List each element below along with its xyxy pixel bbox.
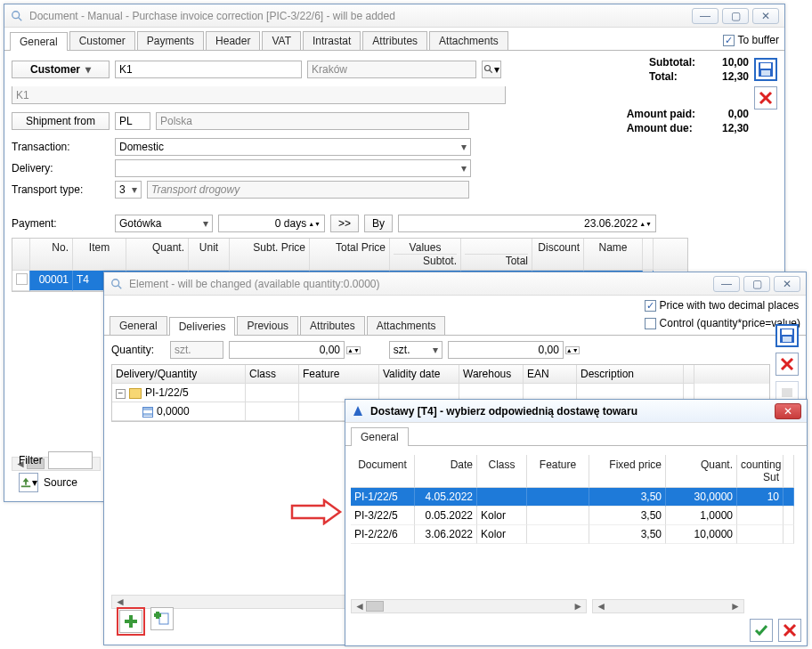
add-button-highlight xyxy=(117,607,145,636)
tab-deliveries[interactable]: Deliveries xyxy=(169,317,236,336)
svg-point-7 xyxy=(485,66,491,71)
to-buffer-checkbox[interactable]: ✓ To buffer xyxy=(723,34,779,46)
svg-line-10 xyxy=(118,285,122,288)
maximize-button[interactable]: ▢ xyxy=(743,276,770,292)
transport-desc-field xyxy=(147,181,469,199)
filter-input[interactable] xyxy=(48,451,93,469)
ship-country-field xyxy=(156,112,469,130)
svg-rect-4 xyxy=(761,70,770,76)
delivery-select[interactable]: ▾ xyxy=(115,159,471,177)
ship-code-input[interactable] xyxy=(115,112,150,130)
element-tabstrip: General Deliveries Previous Attributes A… xyxy=(104,296,806,336)
document-titlebar: Document - Manual - Purchase invoice cor… xyxy=(4,4,784,28)
save-button[interactable] xyxy=(775,324,799,347)
svg-rect-22 xyxy=(154,613,161,617)
dostawy-row[interactable]: PI-3/22/5 0.05.2022 Kolor 3,50 1,0000 xyxy=(351,507,801,525)
tab-payments[interactable]: Payments xyxy=(137,31,204,50)
svg-point-0 xyxy=(12,11,20,18)
transaction-label: Transaction: xyxy=(12,141,110,153)
minimize-button[interactable]: — xyxy=(713,276,740,292)
dostawy-hscroll-right[interactable]: ◄► xyxy=(592,599,744,613)
close-button[interactable]: ✕ xyxy=(774,276,800,292)
document-side-tools xyxy=(754,58,779,110)
dostawy-title: Dostawy [T4] - wybierz odpowiednią dosta… xyxy=(370,405,775,418)
shipment-from-button[interactable]: Shipment from xyxy=(12,112,110,130)
delete-button[interactable] xyxy=(775,353,799,376)
tab-vat[interactable]: VAT xyxy=(262,31,301,50)
customer-button[interactable]: Customer▾ xyxy=(12,61,110,78)
payment-label: Payment: xyxy=(12,217,110,230)
filter-label: Filter xyxy=(19,454,43,466)
confirm-button[interactable] xyxy=(750,619,773,642)
quantity-value1[interactable] xyxy=(229,341,345,359)
save-button[interactable] xyxy=(754,58,777,81)
tab-customer[interactable]: Customer xyxy=(69,31,135,50)
document-icon xyxy=(142,407,153,418)
document-tabstrip: General Customer Payments Header VAT Int… xyxy=(4,28,784,51)
tab-attributes[interactable]: Attributes xyxy=(362,31,427,50)
minimize-button[interactable]: — xyxy=(692,8,719,24)
maximize-button[interactable]: ▢ xyxy=(722,8,749,24)
customer-city-field xyxy=(307,61,476,78)
svg-rect-16 xyxy=(782,388,792,397)
svg-point-9 xyxy=(112,279,119,286)
tab-attachments[interactable]: Attachments xyxy=(367,316,446,335)
dostawy-hscroll-left[interactable]: ◄► xyxy=(351,599,587,613)
items-grid-header: No. Item Quant. Unit Subt. Price Total P… xyxy=(12,239,687,271)
transaction-select[interactable]: Domestic▾ xyxy=(115,138,471,156)
dostawy-window: Dostawy [T4] - wybierz odpowiednią dosta… xyxy=(345,399,808,646)
tab-previous[interactable]: Previous xyxy=(237,316,298,335)
price-decimal-checkbox[interactable]: ✓Price with two decimal places xyxy=(645,299,800,312)
dostawy-row[interactable]: PI-1/22/5 4.05.2022 3,50 30,0000 10 xyxy=(351,488,801,507)
tab-general[interactable]: General xyxy=(110,316,167,335)
add-button[interactable] xyxy=(119,610,142,633)
transport-label: Transport type: xyxy=(12,183,110,196)
dostawy-grid: Document Date Class Feature Fixed price … xyxy=(351,455,801,544)
dostawy-header: Document Date Class Feature Fixed price … xyxy=(351,455,801,488)
tab-attachments[interactable]: Attachments xyxy=(429,31,508,50)
quantity-value2[interactable] xyxy=(448,341,564,359)
app-icon xyxy=(351,404,365,418)
magnify-icon xyxy=(110,277,124,291)
dostawy-row[interactable]: PI-2/22/6 3.06.2022 Kolor 3,50 10,0000 xyxy=(351,525,801,544)
folder-icon xyxy=(129,388,142,399)
delivery-label: Delivery: xyxy=(12,162,110,174)
payment-method-select[interactable]: Gotówka▾ xyxy=(115,215,213,232)
customer-code-input[interactable] xyxy=(115,61,302,78)
to-buffer-label: To buffer xyxy=(738,34,779,46)
tab-general[interactable]: General xyxy=(351,427,409,446)
element-titlebar: Element - will be changed (available qua… xyxy=(104,272,806,296)
tab-header[interactable]: Header xyxy=(206,31,260,50)
quantity-unit1 xyxy=(170,341,223,359)
source-label: Source xyxy=(44,476,77,489)
close-button[interactable]: ✕ xyxy=(752,8,779,24)
dostawy-titlebar: Dostawy [T4] - wybierz odpowiednią dosta… xyxy=(345,400,807,423)
payment-by-button[interactable]: By xyxy=(364,215,393,232)
payment-date-input[interactable]: 23.06.2022▲▼ xyxy=(398,215,656,232)
svg-rect-19 xyxy=(125,620,137,623)
totals-block: Subtotal:10,00 Total:12,30 xyxy=(649,56,749,83)
dostawy-tabstrip: General xyxy=(345,423,807,446)
svg-rect-3 xyxy=(760,63,771,69)
payment-days-input[interactable]: 0 days▲▼ xyxy=(218,215,325,232)
close-button[interactable]: ✕ xyxy=(775,403,801,419)
customer-line2 xyxy=(12,86,506,104)
tab-general[interactable]: General xyxy=(10,32,68,51)
quantity-unit2-select[interactable]: szt.▾ xyxy=(389,341,443,359)
magnify-icon xyxy=(10,9,24,23)
export-button[interactable]: ▾ xyxy=(19,473,38,492)
customer-search-button[interactable]: ▾ xyxy=(482,61,501,78)
tab-attributes[interactable]: Attributes xyxy=(300,316,365,335)
transport-code-select[interactable]: 3▾ xyxy=(115,181,142,199)
svg-rect-12 xyxy=(782,329,792,335)
tab-intrastat[interactable]: Intrastat xyxy=(303,31,361,50)
arrow-callout-icon xyxy=(290,499,344,525)
delete-button[interactable] xyxy=(754,86,777,110)
add-doc-button[interactable] xyxy=(150,607,174,630)
payment-fwd-button[interactable]: >> xyxy=(330,215,359,232)
quantity-label: Quantity: xyxy=(111,344,165,356)
document-title: Document - Manual - Purchase invoice cor… xyxy=(29,10,692,22)
cancel-button[interactable] xyxy=(778,619,801,642)
svg-rect-13 xyxy=(783,337,792,342)
svg-line-1 xyxy=(19,17,22,20)
